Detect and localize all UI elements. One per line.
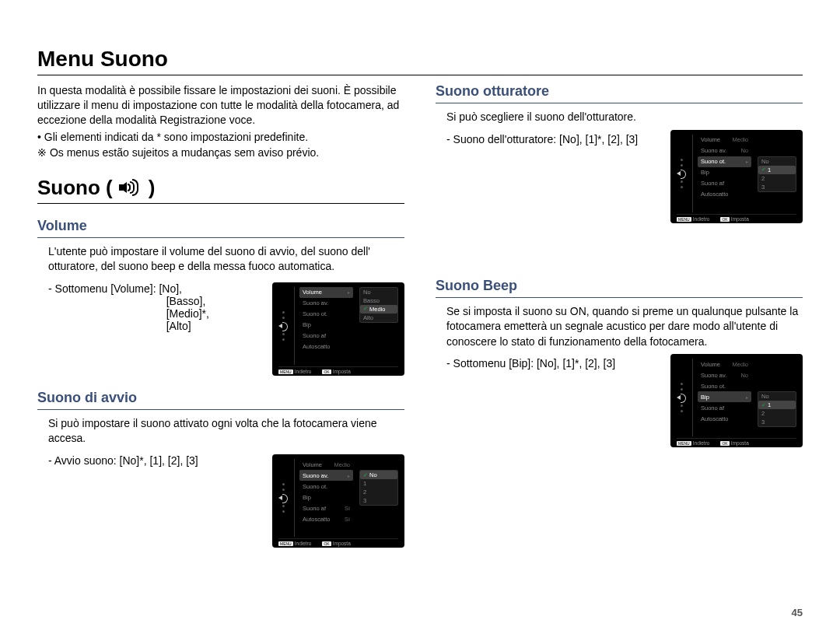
menu-item-autoscatto: Autoscatto bbox=[303, 343, 330, 350]
menu-item-suono-ot: Suono ot. bbox=[303, 483, 327, 490]
ok-button-icon: OK bbox=[322, 541, 331, 546]
menu-item-autoscatto: Autoscatto bbox=[701, 191, 728, 198]
speaker-mini-icon bbox=[677, 394, 686, 401]
menu-button-icon: MENU bbox=[677, 441, 691, 446]
default-note: • Gli elementi indicati da * sono impost… bbox=[37, 131, 404, 143]
menu-item-suono-av: Suono av. bbox=[303, 299, 328, 306]
menu-button-icon: MENU bbox=[278, 370, 293, 374]
menu-item-suono-ot: Suono ot. bbox=[303, 310, 327, 317]
val-no: No bbox=[369, 471, 377, 478]
beep-text: Se si imposta il suono su ON, quando si … bbox=[446, 304, 803, 350]
val-3: 3 bbox=[363, 497, 366, 504]
val-1: 1 bbox=[768, 166, 771, 173]
intro-text: In questa modalità è possibile fissare l… bbox=[37, 83, 404, 128]
left-column: In questa modalità è possibile fissare l… bbox=[37, 83, 404, 548]
avvio-text: Si può impostare il suono attivato ogni … bbox=[48, 416, 404, 447]
menu-button-icon: MENU bbox=[278, 541, 293, 546]
val-1: 1 bbox=[768, 401, 771, 408]
speaker-icon bbox=[119, 179, 142, 196]
menu-item-suono-af: Suono af bbox=[303, 505, 326, 512]
footer-imposta: Imposta bbox=[731, 440, 749, 446]
val-2: 2 bbox=[363, 489, 366, 496]
val-no: No bbox=[761, 158, 769, 165]
menu-item-suono-af: Suono af bbox=[303, 332, 326, 339]
menu-item-bip: Bip bbox=[701, 394, 709, 401]
beep-heading: Suono Beep bbox=[436, 278, 803, 298]
otturatore-text: Si può scegliere il suono dell'otturator… bbox=[446, 110, 803, 125]
avvio-submenu: - Avvio suono: [No]*, [1], [2], [3] bbox=[48, 454, 198, 467]
footer-imposta: Imposta bbox=[333, 369, 351, 374]
menu-item-volume: Volume bbox=[303, 461, 322, 468]
val-alto: Alto bbox=[363, 314, 373, 321]
speaker-mini-icon bbox=[278, 494, 288, 502]
val-3: 3 bbox=[761, 419, 765, 426]
menu-item-bip: Bip bbox=[701, 169, 709, 176]
menu-item-suono-av: Suono av. bbox=[701, 372, 726, 379]
val-no: No bbox=[761, 393, 769, 400]
menu-item-volume: Volume bbox=[701, 361, 720, 368]
menu-item-suono-ot: Suono ot. bbox=[701, 158, 726, 165]
ok-button-icon: OK bbox=[720, 217, 729, 222]
footer-indietro: Indietro bbox=[295, 369, 312, 374]
ok-button-icon: OK bbox=[720, 441, 729, 446]
volume-text: L'utente può impostare il volume del suo… bbox=[48, 244, 404, 275]
footer-indietro: Indietro bbox=[295, 541, 312, 546]
val-medio: Medio bbox=[369, 306, 385, 313]
menu-item-suono-av: Suono av. bbox=[701, 147, 726, 154]
suono-heading-close: ) bbox=[149, 176, 156, 200]
menu-item-bip: Bip bbox=[303, 321, 311, 328]
suono-heading-text: Suono ( bbox=[37, 176, 113, 200]
menu-item-suono-af: Suono af bbox=[701, 405, 724, 412]
menu-item-volume: Volume bbox=[303, 289, 322, 296]
avvio-heading: Suono di avvio bbox=[37, 390, 404, 410]
warning-note: ※ Os menus estão sujeitos a mudanças sem… bbox=[37, 146, 404, 159]
menu-item-autoscatto: Autoscatto bbox=[303, 516, 330, 523]
footer-indietro: Indietro bbox=[693, 440, 710, 446]
val-2: 2 bbox=[761, 410, 765, 417]
menu-item-suono-af: Suono af bbox=[701, 180, 724, 187]
menu-item-volume: Volume bbox=[701, 136, 720, 143]
menu-button-icon: MENU bbox=[677, 217, 691, 222]
footer-imposta: Imposta bbox=[333, 541, 351, 546]
page-number: 45 bbox=[792, 607, 803, 618]
ok-button-icon: OK bbox=[322, 370, 331, 374]
speaker-mini-icon bbox=[677, 170, 686, 177]
camera-screen-volume: Volume▸ Suono av. Suono ot. Bip Suono af… bbox=[272, 282, 404, 376]
volume-heading: Volume bbox=[37, 218, 404, 238]
camera-screen-avvio: VolumeMedio Suono av.▸ Suono ot. Bip Suo… bbox=[272, 454, 404, 548]
page-title: Menu Suono bbox=[37, 47, 803, 75]
camera-screen-beep: VolumeMedio Suono av.No Suono ot. Bip▸ S… bbox=[670, 354, 803, 447]
val-3: 3 bbox=[761, 184, 765, 191]
footer-indietro: Indietro bbox=[693, 216, 710, 222]
speaker-mini-icon bbox=[278, 322, 288, 330]
volume-submenu: - Sottomenu [Volume]: [No], [Basso], [Me… bbox=[48, 282, 209, 332]
val-no: No bbox=[363, 289, 371, 296]
val-basso: Basso bbox=[363, 297, 380, 304]
menu-item-suono-ot: Suono ot. bbox=[701, 383, 726, 390]
val-2: 2 bbox=[761, 175, 765, 182]
right-column: Suono otturatore Si può scegliere il suo… bbox=[436, 83, 803, 548]
val-1: 1 bbox=[363, 480, 366, 487]
menu-item-autoscatto: Autoscatto bbox=[701, 415, 728, 422]
suono-heading: Suono ( ) bbox=[37, 176, 404, 204]
footer-imposta: Imposta bbox=[731, 216, 749, 222]
menu-item-suono-av: Suono av. bbox=[303, 472, 328, 479]
camera-screen-otturatore: VolumeMedio Suono av.No Suono ot.▸ Bip S… bbox=[670, 130, 803, 223]
otturatore-heading: Suono otturatore bbox=[436, 83, 803, 103]
menu-item-bip: Bip bbox=[303, 494, 311, 501]
